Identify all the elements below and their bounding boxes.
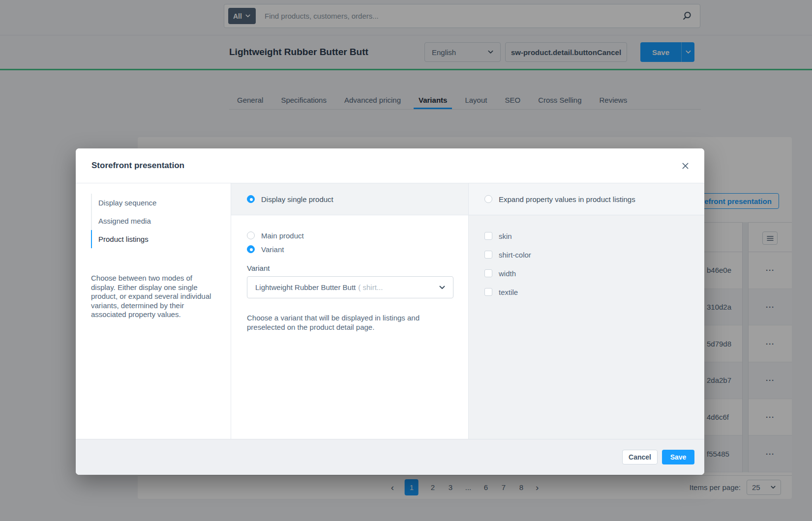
main-product-radio[interactable] — [247, 232, 255, 239]
modal-sidebar: Display sequence Assigned media Product … — [76, 183, 231, 439]
display-single-product-radio[interactable] — [247, 195, 255, 203]
textile-label: textile — [499, 288, 518, 296]
expand-properties-radio[interactable] — [484, 195, 492, 203]
modal-header: Storefront presentation — [76, 148, 704, 183]
property-option-textile[interactable]: textile — [484, 287, 689, 297]
variant-radio[interactable] — [247, 245, 255, 253]
property-option-shirt-color[interactable]: shirt-color — [484, 250, 689, 260]
expand-properties-mode-header: Expand property values in product listin… — [469, 183, 704, 215]
variant-select[interactable]: Lightweight Rubber Butter Butt ( shirt..… — [247, 276, 453, 298]
display-single-product-label: Display single product — [261, 195, 333, 203]
skin-label: skin — [499, 232, 512, 240]
main-product-option[interactable]: Main product — [247, 231, 452, 240]
storefront-presentation-modal: Storefront presentation Display sequence… — [76, 148, 704, 475]
width-label: width — [499, 269, 516, 278]
modal-save-button[interactable]: Save — [662, 450, 694, 464]
modal-footer: Cancel Save — [76, 439, 704, 475]
expand-properties-label: Expand property values in product listin… — [499, 195, 635, 203]
single-product-column: Display single product Main product Vari… — [231, 183, 469, 439]
close-icon[interactable] — [678, 158, 692, 173]
skin-checkbox[interactable] — [484, 232, 492, 240]
textile-checkbox[interactable] — [484, 288, 492, 296]
property-option-width[interactable]: width — [484, 268, 689, 278]
main-product-label: Main product — [261, 232, 304, 240]
expand-properties-column: Expand property values in product listin… — [469, 183, 704, 439]
single-product-mode-header: Display single product — [231, 183, 468, 215]
properties-list: skin shirt-color width textile — [469, 215, 704, 306]
shopware-admin: All Lightweight Rubber Butter Butt Engli… — [0, 0, 812, 521]
variant-option[interactable]: Variant — [247, 244, 452, 254]
modal-title: Storefront presentation — [91, 161, 184, 171]
variant-helper-text: Choose a variant that will be displayed … — [247, 313, 448, 332]
shirt-color-checkbox[interactable] — [484, 251, 492, 259]
single-product-body: Main product Variant Variant Lightweight… — [231, 215, 468, 332]
sidebar-item-display-sequence[interactable]: Display sequence — [91, 194, 231, 212]
variant-select-value: Lightweight Rubber Butter Butt — [255, 283, 356, 291]
width-checkbox[interactable] — [484, 269, 492, 277]
variant-option-label: Variant — [261, 245, 284, 254]
modal-sidebar-nav: Display sequence Assigned media Product … — [91, 194, 231, 248]
sidebar-item-product-listings[interactable]: Product listings — [91, 230, 231, 248]
property-option-skin[interactable]: skin — [484, 231, 689, 241]
modal-cancel-button[interactable]: Cancel — [622, 450, 658, 464]
shirt-color-label: shirt-color — [499, 251, 531, 259]
chevron-down-icon — [439, 286, 445, 289]
variant-select-value-suffix: ( shirt... — [358, 283, 383, 291]
modal-body: Display sequence Assigned media Product … — [76, 183, 704, 439]
sidebar-description: Choose between two modes of display. Eit… — [91, 274, 216, 319]
variant-field-label: Variant — [247, 263, 452, 273]
sidebar-item-assigned-media[interactable]: Assigned media — [91, 212, 231, 230]
